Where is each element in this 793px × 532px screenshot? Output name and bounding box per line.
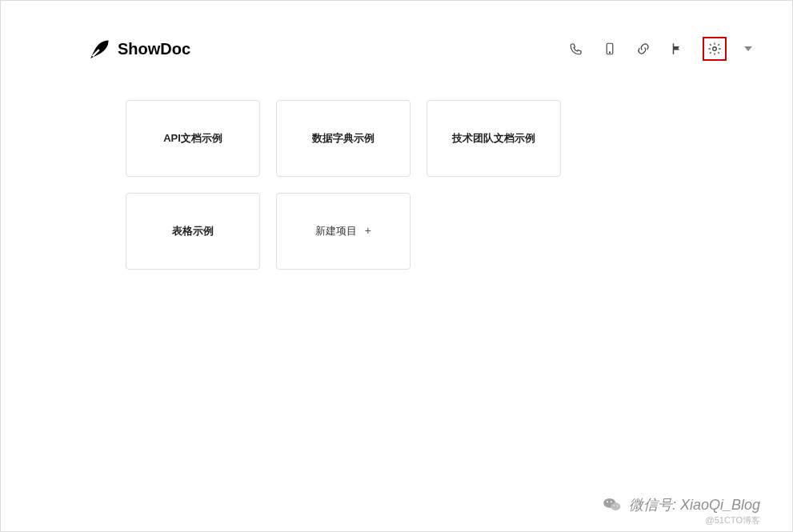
toolbar [568,37,752,61]
project-card[interactable]: 技术团队文档示例 [427,100,561,177]
watermark: 微信号: XiaoQi_Blog [602,494,760,515]
mobile-icon[interactable] [602,41,618,57]
header: ShowDoc [1,1,792,71]
chevron-down-icon[interactable] [744,46,752,51]
brand[interactable]: ShowDoc [89,38,190,60]
svg-point-6 [607,501,608,502]
phone-icon[interactable] [568,41,584,57]
card-title: API文档示例 [163,131,222,146]
link-icon[interactable] [635,41,651,57]
card-title: 表格示例 [172,224,214,238]
attribution-text: @51CTO博客 [706,514,760,526]
plus-icon: + [365,224,371,237]
wechat-icon [602,494,623,515]
svg-point-7 [611,501,612,502]
svg-point-2 [609,52,610,53]
new-project-text: 新建项目 [315,225,357,237]
project-card[interactable]: 数据字典示例 [276,100,411,177]
svg-point-8 [613,505,615,506]
brand-text: ShowDoc [118,40,190,58]
feather-icon [89,38,111,60]
svg-point-9 [617,505,619,506]
new-project-card[interactable]: 新建项目 + [276,193,411,270]
project-card[interactable]: 表格示例 [126,193,260,270]
settings-highlight [703,37,727,61]
gear-icon[interactable] [707,42,722,56]
card-title: 技术团队文档示例 [452,131,535,146]
watermark-text: 微信号: XiaoQi_Blog [629,495,760,514]
svg-point-3 [713,47,717,51]
card-title: 数据字典示例 [312,131,374,146]
project-grid: API文档示例 数据字典示例 技术团队文档示例 表格示例 新建项目 + [1,71,609,270]
new-project-label: 新建项目 + [315,224,371,238]
svg-point-5 [611,502,620,510]
flag-icon[interactable] [669,41,685,57]
project-card[interactable]: API文档示例 [126,100,260,177]
